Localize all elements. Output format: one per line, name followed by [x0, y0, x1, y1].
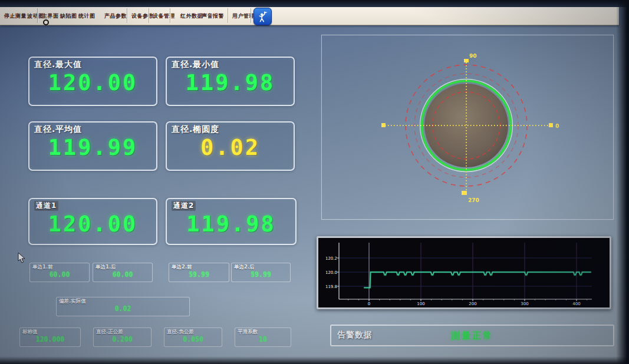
- x-tick-label: 100: [417, 302, 424, 306]
- menu-device-manage[interactable]: 设备管理: [152, 10, 176, 22]
- crosshair-marker-bottom: [462, 191, 467, 195]
- mouse-cursor: [18, 252, 26, 264]
- diameter-series-glow: [364, 272, 591, 287]
- param-value: 120.000: [20, 335, 80, 343]
- menu-stop-measure[interactable]: 停止测量: [3, 10, 28, 22]
- angle-label-0: 0: [555, 123, 559, 129]
- menu-product-params[interactable]: 产品参数: [103, 10, 128, 22]
- x-tick-label: 200: [469, 302, 476, 306]
- edge-box-1-rear: 单边1.后 60.00: [93, 263, 153, 282]
- stick-figure-flag-glyph: [256, 10, 269, 23]
- metric-label: 直径.椭圆度: [172, 124, 219, 135]
- menu-separator: [127, 8, 127, 23]
- metric-label: 通道1: [34, 201, 58, 211]
- angle-label-90: 90: [469, 53, 477, 59]
- crosshair-marker-right: [549, 123, 553, 127]
- edge-value: 60.00: [93, 270, 152, 279]
- metric-value: 119.98: [167, 70, 294, 95]
- y-tick-label: 120.0: [325, 270, 337, 275]
- x-tick-label: 300: [521, 302, 528, 306]
- trend-chart-panel: 0100200300400120.2120.0119.8: [317, 236, 611, 309]
- crosshair-marker-left: [381, 123, 386, 127]
- param-box-minus-tolerance: 直径.负公差 0.050: [164, 327, 222, 347]
- menu-separator: [170, 8, 170, 23]
- param-box-smoothing: 平滑系数 10: [235, 327, 291, 347]
- metric-value: 120.00: [29, 211, 156, 237]
- menu-bar: 停止测量 波动图 主界面 缺陷图 统计图 产品参数 设备参数 设备管理 红外数据…: [0, 7, 619, 25]
- alarm-data-box: 告警数据 测量正常: [330, 325, 614, 346]
- edge-value: 60.00: [30, 270, 89, 279]
- metric-label: 直径.平均值: [34, 124, 82, 135]
- param-box-nominal: 标称值 120.000: [19, 327, 81, 347]
- menu-separator: [251, 8, 251, 23]
- x-tick-label: 400: [572, 302, 580, 306]
- window-bottom-edge: [0, 356, 629, 364]
- param-value: 10: [235, 335, 291, 343]
- menu-user-manage[interactable]: 用户管理: [231, 10, 256, 22]
- metric-value: 119.99: [29, 135, 156, 160]
- metric-box-ovality: 直径.椭圆度 0.02: [166, 121, 295, 171]
- metric-value: 0.02: [167, 135, 294, 160]
- metric-box-diameter-min: 直径.最小值 119.98: [166, 57, 295, 106]
- metric-box-diameter-avg: 直径.平均值 119.99: [28, 121, 157, 171]
- product-cross-section: [424, 84, 508, 167]
- polar-profile-panel: 90 0 270: [321, 35, 614, 220]
- metric-box-channel-1: 通道1 120.00: [28, 198, 157, 245]
- crosshair-marker-top: [464, 59, 469, 62]
- alarm-data-value: 测量正常: [331, 330, 613, 342]
- actual-value: 0.02: [57, 305, 189, 313]
- edge-box-2-rear: 单边2.后 59.99: [231, 263, 291, 282]
- menu-separator: [37, 8, 38, 23]
- actual-value-box: 偏差.实际值 0.02: [56, 297, 190, 316]
- menu-separator: [149, 8, 149, 23]
- person-flag-icon[interactable]: [253, 8, 272, 25]
- param-value: 0.050: [164, 335, 222, 343]
- edge-box-1-front: 单边1.前 60.00: [29, 263, 90, 282]
- metric-label: 直径.最大值: [34, 59, 82, 70]
- angle-label-270: 270: [468, 197, 479, 203]
- diameter-trend-chart: 0100200300400120.2120.0119.8: [318, 238, 610, 307]
- active-page-indicator: [43, 19, 49, 25]
- param-box-plus-tolerance: 直径.正公差 0.200: [93, 327, 152, 347]
- x-tick-label: 0: [368, 302, 370, 306]
- metric-box-diameter-max: 直径.最大值 120.00: [28, 57, 157, 106]
- metric-label: 通道2: [172, 201, 196, 211]
- metric-label: 直径.最小值: [172, 59, 219, 70]
- menu-separator: [228, 8, 228, 23]
- y-tick-label: 120.2: [325, 256, 337, 261]
- edge-value: 59.99: [169, 270, 229, 279]
- menu-stats-chart[interactable]: 统计图: [77, 10, 97, 22]
- metric-value: 119.98: [167, 211, 295, 237]
- y-tick-label: 119.8: [325, 284, 337, 289]
- window-right-edge: [616, 0, 629, 364]
- window-top-edge: [0, 0, 629, 7]
- param-value: 0.200: [94, 335, 151, 343]
- polar-profile-chart: 90 0 270: [322, 35, 612, 218]
- menu-sound-alarm[interactable]: 声音报警: [200, 10, 225, 22]
- metric-box-channel-2: 通道2 119.98: [166, 198, 297, 245]
- edge-value: 59.99: [232, 270, 290, 279]
- metric-value: 120.00: [29, 70, 156, 95]
- menu-defect-chart[interactable]: 缺陷图: [59, 10, 78, 22]
- edge-box-2-front: 单边2.前 59.99: [169, 263, 229, 282]
